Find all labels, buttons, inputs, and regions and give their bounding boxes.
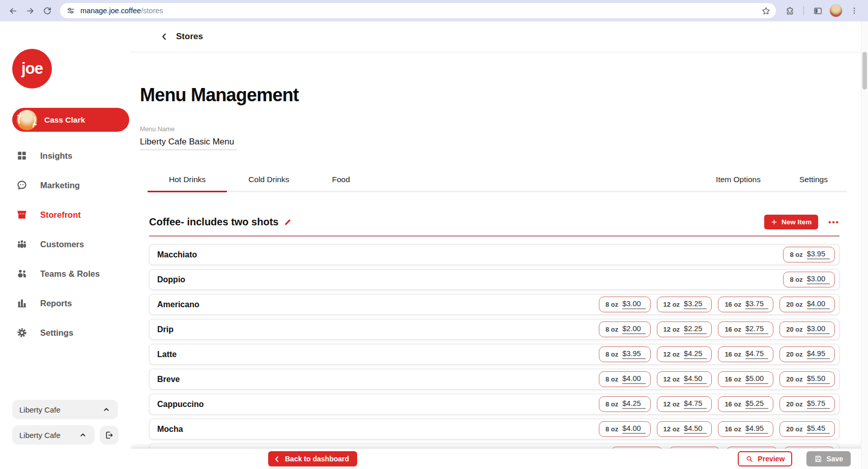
price-input[interactable]: $3.95 bbox=[807, 250, 830, 259]
store-selector-secondary[interactable]: Liberty Cafe bbox=[12, 425, 95, 445]
price-chip[interactable]: 8 oz $3.00 bbox=[783, 272, 835, 287]
price-chip[interactable]: 16 oz $2.75 bbox=[718, 321, 773, 337]
price-chip[interactable]: 8 oz $4.00 bbox=[599, 371, 651, 387]
price-input[interactable]: $4.00 bbox=[807, 300, 830, 309]
price-chip[interactable]: 16 oz $4.95 bbox=[718, 421, 773, 437]
price-chip[interactable]: 8 oz $3.00 bbox=[599, 297, 651, 312]
price-input[interactable]: $2.25 bbox=[684, 325, 707, 334]
price-input[interactable]: $4.50 bbox=[684, 424, 707, 434]
price-chip[interactable]: 16 oz $5.25 bbox=[718, 396, 773, 412]
browser-forward-button[interactable] bbox=[22, 3, 38, 18]
price-input[interactable]: $5.75 bbox=[807, 399, 830, 409]
price-input[interactable]: $5.45 bbox=[807, 424, 830, 434]
preview-button[interactable]: Preview bbox=[738, 451, 792, 466]
price-input[interactable]: $3.25 bbox=[684, 300, 707, 309]
price-input[interactable]: $4.25 bbox=[684, 349, 707, 359]
price-chip[interactable]: 8 oz $2.00 bbox=[599, 321, 651, 337]
browser-menu-icon[interactable] bbox=[847, 3, 862, 18]
price-chip[interactable]: 12 oz $4.25 bbox=[657, 346, 712, 362]
more-options-icon[interactable]: ••• bbox=[828, 218, 840, 226]
sidebar-item-storefront[interactable]: Storefront bbox=[0, 200, 130, 229]
price-input[interactable]: $3.00 bbox=[622, 300, 645, 309]
price-chip[interactable]: 12 oz $2.25 bbox=[657, 321, 712, 337]
tab-food[interactable]: Food bbox=[310, 170, 371, 191]
price-input[interactable]: $3.95 bbox=[622, 349, 645, 359]
price-input[interactable]: $3.75 bbox=[745, 300, 768, 309]
price-chip[interactable]: 8 oz $3.95 bbox=[599, 346, 651, 362]
bookmark-star-icon[interactable] bbox=[761, 6, 771, 16]
price-chip[interactable]: 12 oz $4.50 bbox=[657, 371, 712, 387]
size-label: 8 oz bbox=[605, 425, 618, 433]
browser-back-button[interactable] bbox=[5, 3, 20, 18]
price-chip[interactable]: 20 oz $3.00 bbox=[779, 321, 835, 337]
price-chip[interactable]: 16 oz $4.75 bbox=[718, 346, 773, 362]
price-chip[interactable]: 12 oz $4.50 bbox=[657, 421, 712, 437]
sidebar-item-insights[interactable]: Insights bbox=[0, 141, 130, 170]
price-chip[interactable]: 20 oz $5.75 bbox=[779, 396, 835, 412]
sidebar-item-marketing[interactable]: Marketing bbox=[0, 170, 130, 200]
page-scrollbar[interactable] bbox=[861, 21, 868, 469]
back-to-stores-button[interactable] bbox=[160, 32, 169, 41]
user-pill[interactable]: Cass Clark bbox=[12, 108, 129, 132]
tab-item-options[interactable]: Item Options bbox=[697, 170, 780, 191]
price-input[interactable]: $5.25 bbox=[745, 399, 768, 409]
price-input[interactable]: $3.00 bbox=[807, 275, 830, 284]
price-chip[interactable]: 12 oz $4.75 bbox=[657, 396, 712, 412]
price-input[interactable]: $4.75 bbox=[745, 349, 768, 359]
sidebar-item-teams-roles[interactable]: Teams & Roles bbox=[0, 259, 130, 288]
tab-cold-drinks[interactable]: Cold Drinks bbox=[227, 170, 310, 191]
sidebar-item-customers[interactable]: Customers bbox=[0, 229, 130, 259]
menu-item-row: Latte 8 oz $3.95 12 oz $4.25 16 oz $4.75… bbox=[149, 344, 840, 365]
price-input[interactable]: $5.00 bbox=[745, 374, 768, 384]
price-chip[interactable]: 8 oz $4.25 bbox=[599, 396, 651, 412]
new-item-button[interactable]: New Item bbox=[764, 215, 818, 229]
price-input[interactable]: $4.25 bbox=[622, 399, 645, 409]
main-content: Stores Menu Management Menu Name Liberty… bbox=[130, 21, 868, 469]
price-input[interactable]: $4.00 bbox=[622, 424, 645, 434]
price-input[interactable]: $4.50 bbox=[684, 374, 707, 384]
price-input[interactable]: $4.95 bbox=[807, 349, 830, 359]
joe-logo[interactable]: joe bbox=[12, 49, 52, 89]
price-chip[interactable]: 16 oz $5.00 bbox=[718, 371, 773, 387]
scrollbar-thumb[interactable] bbox=[862, 52, 867, 90]
sidebar-item-label: Insights bbox=[40, 151, 72, 161]
price-chip[interactable]: 20 oz $5.50 bbox=[779, 371, 835, 387]
save-button[interactable]: Save bbox=[806, 451, 851, 466]
back-to-dashboard-button[interactable]: Back to dashboard bbox=[268, 451, 357, 466]
url-bar[interactable]: manage.joe.coffee/stores bbox=[60, 3, 776, 18]
price-input[interactable]: $3.00 bbox=[807, 325, 830, 334]
menu-items-list: Macchiato 8 oz $3.95 Doppio 8 oz $3.00 A… bbox=[149, 244, 840, 451]
price-chip[interactable]: 8 oz $3.95 bbox=[783, 247, 835, 262]
price-input[interactable]: $5.50 bbox=[807, 374, 830, 384]
price-chip[interactable]: 20 oz $4.95 bbox=[779, 346, 835, 362]
logout-button[interactable] bbox=[100, 426, 119, 445]
tab-hot-drinks[interactable]: Hot Drinks bbox=[148, 170, 227, 191]
edit-category-button[interactable] bbox=[283, 218, 292, 226]
side-panel-icon[interactable] bbox=[810, 3, 825, 18]
size-label: 8 oz bbox=[605, 400, 618, 408]
browser-reload-button[interactable] bbox=[40, 3, 55, 18]
price-chip[interactable]: 16 oz $3.75 bbox=[718, 297, 773, 312]
menu-item-row: Americano 8 oz $3.00 12 oz $3.25 16 oz $… bbox=[149, 294, 840, 315]
price-chip[interactable]: 8 oz $4.00 bbox=[599, 421, 651, 437]
menu-item-name: Breve bbox=[157, 375, 180, 384]
store-selector-primary[interactable]: Liberty Cafe bbox=[12, 400, 118, 419]
browser-profile-avatar[interactable] bbox=[829, 4, 843, 17]
price-input[interactable]: $4.00 bbox=[622, 374, 645, 384]
menu-name-input[interactable]: Liberty Cafe Basic Menu bbox=[140, 137, 237, 150]
price-input[interactable]: $4.75 bbox=[684, 399, 707, 409]
sidebar-item-settings[interactable]: Settings bbox=[0, 318, 130, 347]
price-input[interactable]: $4.95 bbox=[745, 424, 768, 434]
price-chip[interactable]: 20 oz $4.00 bbox=[779, 297, 835, 312]
price-input[interactable]: $2.00 bbox=[622, 325, 645, 334]
new-item-label: New Item bbox=[782, 218, 812, 226]
price-chip[interactable]: 20 oz $5.45 bbox=[779, 421, 835, 437]
tab-settings[interactable]: Settings bbox=[780, 170, 847, 191]
extensions-icon[interactable] bbox=[782, 3, 797, 18]
site-settings-icon[interactable] bbox=[66, 6, 75, 15]
size-label: 12 oz bbox=[663, 400, 680, 408]
storefront-icon bbox=[16, 209, 28, 221]
price-chip[interactable]: 12 oz $3.25 bbox=[657, 297, 712, 312]
sidebar-item-reports[interactable]: Reports bbox=[0, 288, 130, 318]
price-input[interactable]: $2.75 bbox=[745, 325, 768, 334]
